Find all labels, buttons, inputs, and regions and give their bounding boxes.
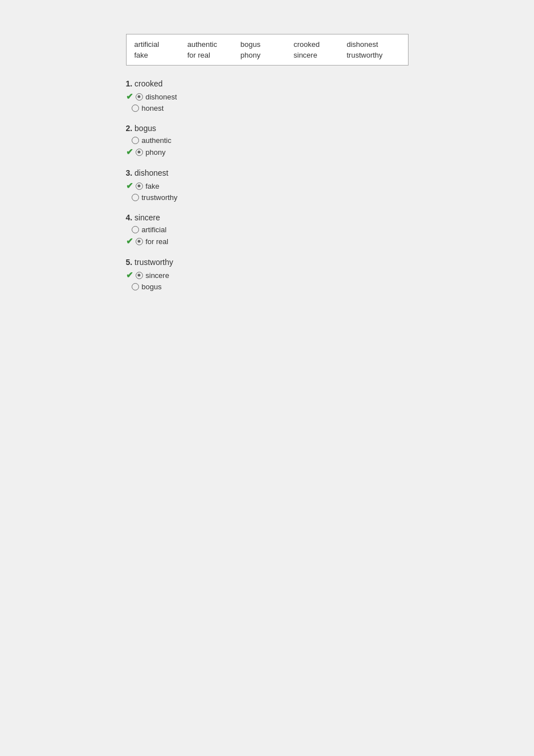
word-bank-cell: phony	[241, 51, 294, 59]
checkmark-icon: ✔	[126, 236, 133, 246]
question-block-3: 3. dishonest✔faketrustworthy	[126, 168, 409, 202]
radio-icon[interactable]	[132, 283, 139, 290]
question-title-2: 2. bogus	[126, 124, 409, 133]
answer-text: authentic	[142, 136, 172, 145]
answer-text: for real	[146, 237, 168, 246]
answer-option-4-2[interactable]: ✔for real	[126, 236, 409, 246]
answer-option-4-1[interactable]: artificial	[126, 225, 409, 234]
question-block-5: 5. trustworthy✔sincerebogus	[126, 258, 409, 291]
radio-icon[interactable]	[136, 149, 143, 156]
question-number: 5.	[126, 258, 133, 267]
checkmark-icon: ✔	[126, 270, 133, 280]
question-block-4: 4. sincereartificial✔for real	[126, 213, 409, 246]
radio-icon[interactable]	[132, 194, 139, 201]
checkmark-icon: ✔	[126, 147, 133, 157]
question-number: 1.	[126, 79, 133, 88]
radio-icon[interactable]	[132, 226, 139, 233]
radio-icon[interactable]	[132, 137, 139, 144]
word-bank-cell: for real	[188, 51, 241, 59]
word-bank-cell: sincere	[294, 51, 347, 59]
answer-option-1-2[interactable]: honest	[126, 104, 409, 112]
word-bank-cell: fake	[134, 51, 188, 59]
answer-text: sincere	[146, 271, 170, 280]
main-content: artificial authentic bogus crooked disho…	[126, 34, 409, 722]
question-title-3: 3. dishonest	[126, 168, 409, 177]
word-bank-cell: bogus	[241, 40, 294, 49]
question-block-1: 1. crooked✔dishonesthonest	[126, 79, 409, 112]
word-bank-cell: trustworthy	[347, 51, 400, 59]
question-block-2: 2. bogusauthentic✔phony	[126, 124, 409, 157]
answer-text: artificial	[142, 225, 167, 234]
answer-text: phony	[146, 148, 166, 157]
answer-text: trustworthy	[142, 193, 178, 202]
answer-text: fake	[146, 182, 160, 190]
question-title-4: 4. sincere	[126, 213, 409, 222]
answer-option-3-1[interactable]: ✔fake	[126, 181, 409, 191]
radio-icon[interactable]	[136, 238, 143, 245]
answer-option-2-2[interactable]: ✔phony	[126, 147, 409, 157]
question-number: 4.	[126, 213, 133, 222]
checkmark-icon: ✔	[126, 181, 133, 191]
word-bank-cell: crooked	[294, 40, 347, 49]
questions-container: 1. crooked✔dishonesthonest2. bogusauthen…	[126, 79, 409, 291]
answer-option-5-1[interactable]: ✔sincere	[126, 270, 409, 280]
answer-text: bogus	[142, 283, 162, 291]
word-bank-cell: authentic	[188, 40, 241, 49]
answer-text: honest	[142, 104, 164, 112]
radio-icon[interactable]	[132, 105, 139, 112]
answer-option-2-1[interactable]: authentic	[126, 136, 409, 145]
word-bank-cell: artificial	[134, 40, 188, 49]
radio-icon[interactable]	[136, 183, 143, 190]
word-bank: artificial authentic bogus crooked disho…	[126, 34, 409, 66]
checkmark-icon: ✔	[126, 92, 133, 102]
question-title-5: 5. trustworthy	[126, 258, 409, 267]
answer-option-5-2[interactable]: bogus	[126, 283, 409, 291]
question-title-1: 1. crooked	[126, 79, 409, 88]
answer-option-1-1[interactable]: ✔dishonest	[126, 92, 409, 102]
question-number: 3.	[126, 168, 133, 177]
answer-option-3-2[interactable]: trustworthy	[126, 193, 409, 202]
radio-icon[interactable]	[136, 93, 143, 101]
radio-icon[interactable]	[136, 272, 143, 279]
question-number: 2.	[126, 124, 133, 133]
answer-text: dishonest	[146, 93, 177, 101]
word-bank-cell: dishonest	[347, 40, 400, 49]
